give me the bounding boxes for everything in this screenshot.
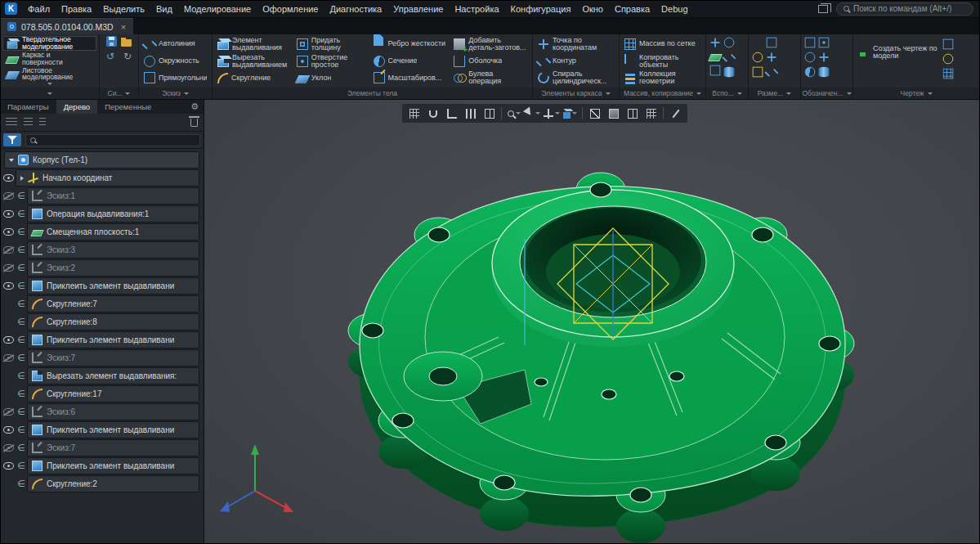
visibility-toggle[interactable] <box>2 336 16 344</box>
roughness-icon[interactable] <box>819 38 830 48</box>
group-label-auxiliary[interactable]: Вспо... <box>706 88 748 99</box>
leader-note-icon[interactable] <box>805 38 816 48</box>
menu-file[interactable]: Файл <box>22 0 56 18</box>
tree-item-origin[interactable]: Начало координат <box>2 169 202 187</box>
visibility-toggle[interactable] <box>2 444 16 452</box>
group-label-system[interactable]: Си... <box>100 88 138 99</box>
btn-circle[interactable]: Окружность <box>141 53 209 70</box>
tree-sequence-view-icon[interactable] <box>24 118 33 127</box>
open-folder-icon[interactable] <box>121 39 132 47</box>
orientation-button[interactable] <box>562 106 579 121</box>
menu-edit[interactable]: Правка <box>56 0 97 18</box>
tree-item-sketch[interactable]: ∈ Эскиз:2 <box>2 259 202 276</box>
btn-autoline[interactable]: Автолиния <box>141 36 209 52</box>
visibility-toggle[interactable] <box>2 210 16 218</box>
tree-item-extrude[interactable]: ∈ Операция выдавливания:1 <box>2 205 202 223</box>
panel-gear-icon[interactable]: ⚙ <box>186 100 204 114</box>
btn-rectangle[interactable]: Прямоугольник <box>141 70 209 86</box>
tree-structure-view-icon[interactable] <box>6 118 17 127</box>
group-label-frame[interactable]: Элементы каркаса <box>533 88 619 99</box>
menu-window[interactable]: Окно <box>576 0 609 18</box>
tree-item-sketch[interactable]: ∈ Эскиз:3 <box>2 241 202 259</box>
tree-item-boss-extrude[interactable]: ∈ Приклеить элемент выдавливани <box>2 277 202 294</box>
btn-fillet[interactable]: Скругление <box>215 70 293 86</box>
group-label-array[interactable]: Массив, копирование <box>620 88 705 99</box>
angle-snap-button[interactable] <box>443 106 460 121</box>
menu-configuration[interactable]: Конфигурация <box>505 0 577 18</box>
marker-icon[interactable] <box>819 52 830 63</box>
menu-view[interactable]: Вид <box>150 0 178 18</box>
tree-item-fillet[interactable]: ∈ Скругление:8 <box>2 313 202 330</box>
local-cs-icon[interactable] <box>710 65 721 76</box>
shaded-display-button[interactable] <box>605 106 622 121</box>
select-mode-button[interactable] <box>524 106 541 121</box>
visibility-toggle[interactable] <box>2 246 16 254</box>
menu-help[interactable]: Справка <box>609 0 656 18</box>
tree-item-boss-extrude[interactable]: ∈ Приклеить элемент выдавливани <box>2 421 202 438</box>
detail-view-icon[interactable] <box>943 54 954 65</box>
section-notation-icon[interactable] <box>805 67 816 78</box>
visibility-toggle[interactable] <box>2 426 16 434</box>
viewport-3d[interactable] <box>204 100 980 544</box>
group-label-drawing[interactable]: Чертеж <box>853 88 979 99</box>
tree-item-offset-plane[interactable]: ∈ Смещенная плоскость:1 <box>2 223 202 241</box>
btn-contour[interactable]: Контур <box>535 53 616 70</box>
ortho-mode-button[interactable] <box>481 106 498 121</box>
datum-icon[interactable] <box>805 52 816 63</box>
mode-wireframe-surfaces[interactable]: Каркас и поверхности <box>2 52 96 66</box>
tree-item-sketch[interactable]: ∈ Эскиз:1 <box>2 187 202 205</box>
tree-item-sketch[interactable]: ∈ Эскиз:7 <box>2 349 202 366</box>
trash-icon[interactable] <box>190 119 198 127</box>
tab-parameters[interactable]: Параметры <box>0 100 56 114</box>
snap-settings-button[interactable] <box>424 106 441 121</box>
tab-close-icon[interactable]: × <box>121 22 126 32</box>
radial-dimension-icon[interactable] <box>767 38 777 48</box>
redo-icon[interactable]: ↻ <box>120 49 135 64</box>
btn-cylindrical-spiral[interactable]: Спираль цилиндрическ... <box>535 70 616 86</box>
visibility-toggle[interactable] <box>2 174 16 182</box>
grid-toggle-button[interactable] <box>405 106 423 121</box>
group-label-notations[interactable]: Обозначен... <box>801 88 852 99</box>
visibility-toggle[interactable] <box>2 462 16 470</box>
construction-axis-icon[interactable] <box>710 38 721 48</box>
group-label-body[interactable]: Элементы тела <box>213 88 532 99</box>
diameter-dimension-icon[interactable] <box>753 52 763 63</box>
btn-cut-extrude[interactable]: Вырезать выдавливанием <box>215 53 293 70</box>
tree-item-sketch[interactable]: ∈ Эскиз:6 <box>2 403 202 420</box>
mode-sheet-metal[interactable]: Листовое моделирование <box>2 67 96 82</box>
chevron-down-icon[interactable] <box>47 83 52 85</box>
tree-root[interactable]: Корпус (Тел-1) <box>2 151 202 169</box>
control-point-icon[interactable] <box>724 38 735 48</box>
menu-settings[interactable]: Настройка <box>449 0 504 18</box>
btn-add-part-blank[interactable]: Добавить деталь-заготов... <box>451 36 530 52</box>
btn-shell[interactable]: Оболочка <box>451 53 530 70</box>
filter-icon[interactable] <box>3 133 21 146</box>
visibility-toggle[interactable] <box>2 192 16 200</box>
window-restore-icon[interactable] <box>818 5 828 13</box>
wireframe-display-button[interactable] <box>586 106 603 121</box>
group-label-sketch[interactable]: Эскиз <box>139 88 212 99</box>
btn-scale[interactable]: Масштабиров... <box>371 70 450 86</box>
tree-item-fillet[interactable]: ∈ Скругление:2 <box>2 475 202 492</box>
model-3d[interactable] <box>204 100 980 544</box>
btn-grid-array[interactable]: Массив по сетке <box>622 36 703 52</box>
visibility-toggle[interactable] <box>2 408 16 416</box>
linear-dimension-icon[interactable] <box>753 38 763 48</box>
menu-select[interactable]: Выделить <box>97 0 150 18</box>
angular-dimension-icon[interactable] <box>753 67 763 78</box>
hidden-lines-button[interactable] <box>624 106 641 121</box>
coordinate-dimension-icon[interactable] <box>767 52 777 63</box>
tree-item-sketch[interactable]: ∈ Эскиз:7 <box>2 439 202 456</box>
sheet-icon[interactable] <box>943 69 954 79</box>
btn-draft[interactable]: Уклон <box>294 70 369 86</box>
btn-thicken[interactable]: Придать толщину <box>294 36 369 52</box>
axis-line-icon[interactable] <box>724 67 735 78</box>
btn-copy-objects[interactable]: Копировать объекты <box>622 53 703 70</box>
visibility-toggle[interactable] <box>2 228 16 236</box>
chevron-down-icon[interactable] <box>9 159 14 162</box>
coordinate-system-button[interactable] <box>543 106 560 121</box>
menu-diagnostics[interactable]: Диагностика <box>324 0 387 18</box>
spline-axis-icon[interactable] <box>724 52 735 63</box>
btn-geometry-collection[interactable]: Коллекция геометрии <box>622 70 703 86</box>
tolerance-icon[interactable] <box>819 67 830 78</box>
